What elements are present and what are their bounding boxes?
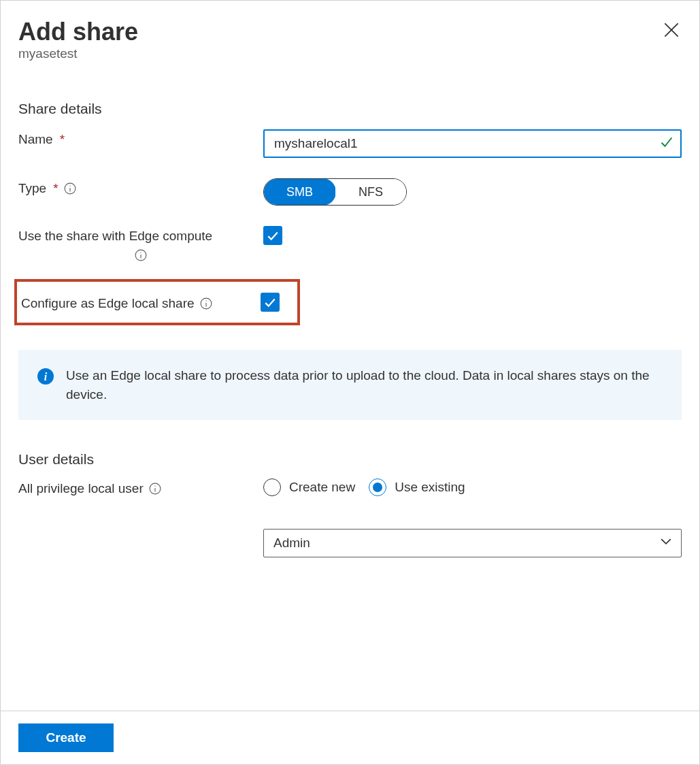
type-option-nfs[interactable]: NFS — [335, 179, 406, 205]
user-details-heading: User details — [18, 451, 682, 468]
share-details-heading: Share details — [18, 101, 682, 117]
chevron-down-icon — [660, 536, 672, 551]
type-label: Type — [18, 181, 46, 196]
svg-point-9 — [205, 301, 206, 302]
edge-local-row-highlight: Configure as Edge local share — [14, 279, 300, 325]
type-segmented: SMB NFS — [263, 178, 407, 206]
info-bar-text: Use an Edge local share to process data … — [66, 366, 663, 404]
svg-point-12 — [154, 486, 155, 487]
radio-create-new-label: Create new — [289, 480, 355, 495]
name-input[interactable] — [263, 129, 682, 158]
panel-title: Add share — [18, 17, 138, 46]
close-button[interactable] — [661, 20, 682, 42]
type-row: Type * SMB NFS — [18, 178, 682, 206]
edge-local-label: Configure as Edge local share — [21, 296, 195, 311]
edge-compute-label: Use the share with Edge compute — [18, 229, 212, 244]
user-row: All privilege local user Create new Use … — [18, 478, 682, 557]
name-row: Name * — [18, 129, 682, 158]
edge-local-checkbox[interactable] — [261, 293, 280, 312]
edge-compute-checkbox[interactable] — [263, 226, 282, 245]
radio-use-existing-label: Use existing — [395, 480, 465, 495]
name-label: Name — [18, 132, 53, 147]
user-select-value: Admin — [273, 536, 310, 551]
info-icon: i — [37, 368, 54, 385]
close-icon — [664, 29, 679, 39]
type-option-smb[interactable]: SMB — [263, 178, 336, 206]
info-icon[interactable] — [149, 483, 161, 495]
valid-check-icon — [660, 135, 673, 152]
required-indicator: * — [53, 181, 58, 196]
user-select[interactable]: Admin — [263, 529, 682, 557]
radio-create-new[interactable]: Create new — [263, 478, 355, 496]
info-bar: i Use an Edge local share to process dat… — [18, 350, 682, 420]
user-radio-group: Create new Use existing — [263, 478, 682, 496]
create-button[interactable]: Create — [18, 723, 114, 752]
required-indicator: * — [60, 132, 65, 147]
panel-footer: Create — [1, 711, 699, 764]
panel-subtitle: myasetest — [18, 46, 138, 61]
info-icon[interactable] — [200, 297, 212, 310]
info-icon[interactable] — [18, 249, 263, 261]
edge-compute-row: Use the share with Edge compute — [18, 226, 682, 261]
add-share-panel: Add share myasetest Share details Name * — [0, 0, 700, 765]
info-icon[interactable] — [64, 182, 76, 195]
user-label: All privilege local user — [18, 481, 144, 496]
svg-point-3 — [69, 186, 70, 186]
svg-point-6 — [140, 253, 141, 253]
radio-use-existing[interactable]: Use existing — [369, 478, 465, 496]
